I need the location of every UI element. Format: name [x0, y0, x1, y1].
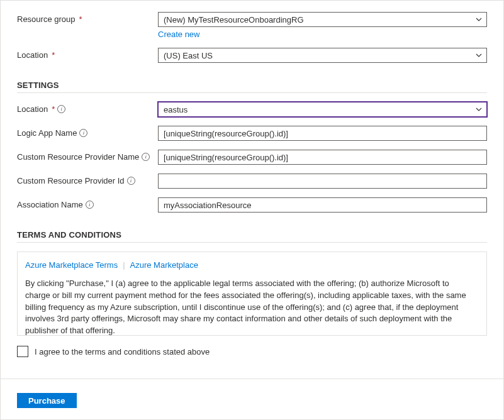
field-association-name — [158, 197, 487, 213]
label-location-basics-text: Location — [17, 50, 48, 60]
label-custom-rp-name: Custom Resource Provider Name i — [17, 150, 158, 162]
required-asterisk: * — [52, 104, 55, 114]
location-settings-select-value: eastus — [164, 105, 188, 114]
label-custom-rp-id-text: Custom Resource Provider Id — [17, 176, 125, 185]
terms-divider — [17, 242, 487, 243]
label-resource-group-text: Resource group — [17, 14, 76, 24]
required-asterisk: * — [79, 14, 82, 24]
label-association-name-text: Association Name — [17, 200, 83, 209]
location-settings-select[interactable]: eastus — [158, 102, 487, 117]
agree-label: I agree to the terms and conditions stat… — [35, 347, 210, 356]
custom-rp-id-input[interactable] — [158, 174, 487, 189]
settings-divider — [17, 92, 487, 93]
purchase-button[interactable]: Purchase — [17, 393, 77, 408]
row-resource-group: Resource group * (New) MyTestResourceOnb… — [17, 12, 487, 39]
terms-heading: TERMS AND CONDITIONS — [17, 230, 487, 240]
row-logic-app-name: Logic App Name i — [17, 126, 487, 141]
label-location-basics: Location * — [17, 48, 158, 60]
agree-row: I agree to the terms and conditions stat… — [17, 346, 487, 357]
info-icon[interactable]: i — [127, 177, 135, 185]
association-name-input[interactable] — [158, 197, 487, 213]
logic-app-name-input[interactable] — [158, 126, 487, 141]
create-new-link[interactable]: Create new — [158, 30, 199, 39]
field-custom-rp-name — [158, 150, 487, 165]
label-custom-rp-name-text: Custom Resource Provider Name — [17, 152, 139, 162]
settings-heading: SETTINGS — [17, 80, 487, 90]
field-location-basics: (US) East US — [158, 48, 487, 63]
info-icon[interactable]: i — [57, 105, 65, 113]
agree-checkbox[interactable] — [17, 346, 28, 357]
terms-box: Azure Marketplace Terms | Azure Marketpl… — [17, 251, 487, 336]
label-location-settings: Location * i — [17, 102, 158, 114]
terms-body-text: By clicking "Purchase," I (a) agree to t… — [25, 278, 471, 335]
row-association-name: Association Name i — [17, 197, 487, 213]
location-basics-select[interactable]: (US) East US — [158, 48, 487, 63]
info-icon[interactable]: i — [86, 201, 94, 209]
label-resource-group: Resource group * — [17, 12, 158, 24]
field-logic-app-name — [158, 126, 487, 141]
deployment-panel: Resource group * (New) MyTestResourceOnb… — [0, 0, 504, 420]
row-location-settings: Location * i eastus — [17, 102, 487, 117]
resource-group-select[interactable]: (New) MyTestResourceOnboardingRG — [158, 12, 487, 27]
location-basics-select-value: (US) East US — [164, 51, 213, 60]
info-icon[interactable]: i — [142, 153, 150, 161]
label-logic-app-name-text: Logic App Name — [17, 128, 77, 138]
row-custom-rp-id: Custom Resource Provider Id i — [17, 174, 487, 189]
field-custom-rp-id — [158, 174, 487, 189]
link-separator: | — [123, 260, 125, 272]
resource-group-select-value: (New) MyTestResourceOnboardingRG — [164, 15, 304, 25]
azure-marketplace-link[interactable]: Azure Marketplace — [130, 260, 198, 272]
label-custom-rp-id: Custom Resource Provider Id i — [17, 174, 158, 185]
terms-links: Azure Marketplace Terms | Azure Marketpl… — [25, 260, 471, 272]
field-resource-group: (New) MyTestResourceOnboardingRG Create … — [158, 12, 487, 39]
azure-marketplace-terms-link[interactable]: Azure Marketplace Terms — [25, 260, 118, 272]
row-custom-rp-name: Custom Resource Provider Name i — [17, 150, 487, 165]
chevron-down-icon — [475, 52, 483, 59]
row-location-basics: Location * (US) East US — [17, 48, 487, 63]
required-asterisk: * — [52, 50, 55, 60]
terms-scroll[interactable]: Azure Marketplace Terms | Azure Marketpl… — [18, 252, 486, 335]
label-location-settings-text: Location — [17, 104, 48, 114]
bottom-divider — [1, 379, 503, 379]
chevron-down-icon — [475, 16, 483, 23]
chevron-down-icon — [475, 106, 483, 113]
info-icon[interactable]: i — [79, 129, 87, 137]
field-location-settings: eastus — [158, 102, 487, 117]
custom-rp-name-input[interactable] — [158, 150, 487, 165]
label-association-name: Association Name i — [17, 197, 158, 209]
label-logic-app-name: Logic App Name i — [17, 126, 158, 138]
